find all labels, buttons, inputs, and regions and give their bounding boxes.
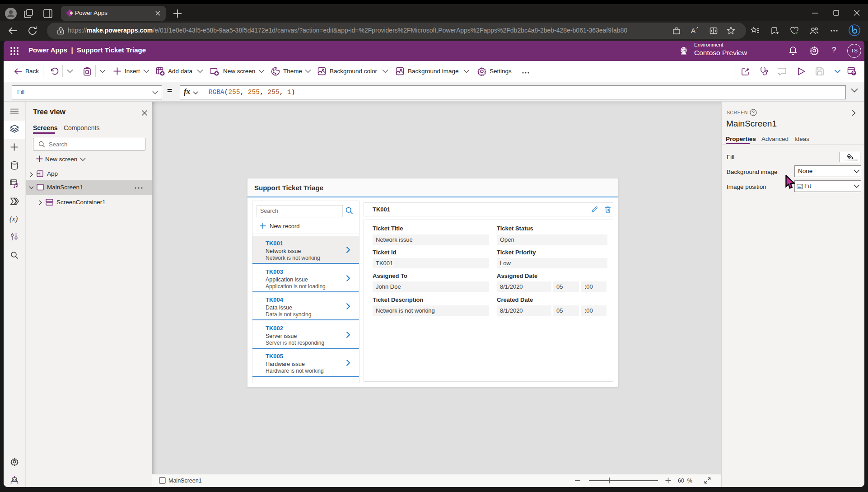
svg-text:A: A [691, 27, 695, 34]
